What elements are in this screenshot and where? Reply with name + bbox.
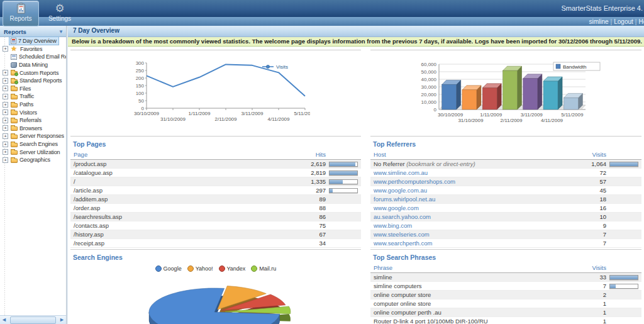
row-label[interactable]: www.google.com.au bbox=[370, 187, 574, 194]
scroll-right-arrow-icon[interactable]: ► bbox=[58, 316, 66, 323]
sidebar-item-paths[interactable]: +Paths bbox=[1, 101, 66, 109]
sidebar-item-search-engines[interactable]: +Search Engines bbox=[1, 140, 66, 148]
legend-item-yahoo: Yahoo! bbox=[187, 265, 213, 272]
sidebar-item-server-responses[interactable]: +Server Responses bbox=[1, 132, 66, 140]
table-row-simline-computers[interactable]: simline computers7 bbox=[370, 282, 641, 291]
column-header-visits[interactable]: Visits bbox=[574, 264, 606, 271]
table-row-online-computer-store[interactable]: online computer store2 bbox=[370, 291, 641, 299]
expand-icon[interactable]: + bbox=[3, 102, 8, 108]
sidebar-item-standard-reports[interactable]: +Standard Reports bbox=[1, 77, 66, 85]
sidebar-horizontal-scrollbar[interactable]: ◄ ► bbox=[0, 315, 66, 324]
row-value: 16 bbox=[574, 204, 606, 211]
row-value: 1 bbox=[574, 318, 606, 324]
expand-icon[interactable]: + bbox=[3, 149, 8, 155]
legend-item-mail-ru: Mail.ru bbox=[251, 265, 276, 272]
sidebar-item-scheduled-email-reports[interactable]: Scheduled Email Reports bbox=[1, 53, 66, 61]
sidebar-item-traffic[interactable]: +Traffic bbox=[1, 92, 66, 101]
sidebar-item-geographics[interactable]: +Geographics bbox=[1, 156, 66, 164]
table-row-www-bing-com[interactable]: www.bing.com9 bbox=[370, 221, 641, 230]
column-header-visits[interactable]: Visits bbox=[574, 151, 606, 158]
column-header-hits[interactable]: Hits bbox=[293, 151, 326, 158]
expand-icon[interactable]: + bbox=[3, 118, 8, 123]
table-row-catalogue-asp[interactable]: /catalogue.asp2,819 bbox=[70, 169, 361, 177]
sidebar-item-server-utilization[interactable]: +Server Utilization bbox=[1, 148, 66, 156]
nav-reports-button[interactable]: Reports bbox=[3, 1, 39, 26]
table-row-simline[interactable]: simline33 bbox=[370, 273, 641, 282]
table-row-article-asp[interactable]: /article.asp297 bbox=[70, 186, 361, 195]
row-label[interactable]: www.google.com bbox=[370, 204, 574, 211]
nav-reports-label: Reports bbox=[9, 15, 31, 22]
expand-icon[interactable]: + bbox=[3, 157, 8, 163]
username-link[interactable]: simline bbox=[589, 18, 608, 25]
expand-icon[interactable]: + bbox=[3, 94, 8, 99]
main-panel: 7 Day Overview Below is a breakdown of t… bbox=[68, 26, 644, 324]
expand-icon[interactable]: + bbox=[3, 125, 8, 131]
column-header-page[interactable]: Page bbox=[70, 151, 293, 158]
row-value: 45 bbox=[574, 187, 606, 194]
table-row-www-simline-com-au[interactable]: www.simline.com.au72 bbox=[370, 169, 641, 177]
row-label: simline bbox=[370, 274, 574, 281]
expand-icon[interactable]: + bbox=[3, 86, 8, 91]
row-label[interactable]: www.perthcomputershops.com bbox=[370, 178, 574, 185]
table-row-www-google-com-au[interactable]: www.google.com.au45 bbox=[370, 186, 641, 195]
column-header-host[interactable]: Host bbox=[370, 151, 574, 158]
row-value: 297 bbox=[293, 187, 326, 194]
scrollbar-thumb[interactable] bbox=[10, 316, 56, 324]
row-label[interactable]: www.steelseries.com bbox=[370, 231, 574, 238]
sidebar-item-label: Visitors bbox=[19, 109, 37, 116]
svg-text:10,000: 10,000 bbox=[421, 99, 436, 105]
table-row-computer-online-store[interactable]: computer online store1 bbox=[370, 299, 641, 308]
top-search-phrases-table: PhraseVisitssimline33simline computers7o… bbox=[370, 263, 641, 324]
table-row-receipt-asp[interactable]: /receipt.asp34 bbox=[70, 239, 361, 248]
table-row-au-search-yahoo-com[interactable]: au.search.yahoo.com10 bbox=[370, 213, 641, 221]
sidebar-item-referrals[interactable]: +Referrals bbox=[1, 116, 66, 125]
bandwidth-chart-panel: 010,00020,00030,00040,00050,00060,00030/… bbox=[370, 50, 641, 135]
svg-text:0: 0 bbox=[433, 107, 436, 113]
expand-icon[interactable]: + bbox=[3, 142, 8, 147]
table-row-order-asp[interactable]: /order.asp88 bbox=[70, 204, 361, 213]
row-label[interactable]: www.bing.com bbox=[370, 222, 574, 229]
table-row-forums-whirlpool-net-au[interactable]: forums.whirlpool.net.au18 bbox=[370, 195, 641, 204]
sidebar-item-custom-reports[interactable]: +Custom Reports bbox=[1, 69, 66, 77]
sidebar-item-visitors[interactable]: +Visitors bbox=[1, 108, 66, 116]
row-label[interactable]: www.simline.com.au bbox=[370, 169, 574, 176]
pie-legend: GoogleYahoo!YandexMail.ru bbox=[70, 263, 361, 273]
logout-link[interactable]: Logout bbox=[614, 18, 633, 25]
row-label: simline computers bbox=[370, 282, 574, 289]
expand-icon[interactable]: + bbox=[3, 70, 8, 75]
sidebar: Reports ▼ 7 Day Overview+FavoritesSchedu… bbox=[0, 26, 66, 324]
row-label[interactable]: au.search.yahoo.com bbox=[370, 213, 574, 220]
expand-icon[interactable]: + bbox=[3, 133, 8, 139]
sidebar-item-favorites[interactable]: +Favorites bbox=[1, 45, 66, 53]
table-row-www-steelseries-com[interactable]: www.steelseries.com7 bbox=[370, 230, 641, 239]
table-row-www-searchperth-com[interactable]: www.searchperth.com7 bbox=[370, 239, 641, 248]
table-row-www-google-com[interactable]: www.google.com16 bbox=[370, 204, 641, 213]
row-label[interactable]: forums.whirlpool.net.au bbox=[370, 196, 574, 203]
table-row-online-computer-perth-au[interactable]: online computer perth .au1 bbox=[370, 308, 641, 317]
table-row-searchresults-asp[interactable]: /searchresults.asp86 bbox=[70, 213, 361, 221]
table-row-history-asp[interactable]: /history.asp67 bbox=[70, 230, 361, 239]
sidebar-item-files[interactable]: +Files bbox=[1, 85, 66, 93]
expand-icon[interactable]: + bbox=[3, 109, 8, 115]
svg-text:3/11/2009: 3/11/2009 bbox=[520, 112, 543, 118]
table-row-no-referrer[interactable]: No Referrer (bookmark or direct-entry)1,… bbox=[370, 160, 641, 169]
help-link[interactable]: Help bbox=[638, 18, 644, 25]
table-row-www-perthcomputershops-com[interactable]: www.perthcomputershops.com57 bbox=[370, 177, 641, 186]
expand-icon[interactable]: + bbox=[3, 46, 8, 52]
row-label[interactable]: www.searchperth.com bbox=[370, 240, 574, 247]
table-row-[interactable]: /1,335 bbox=[70, 177, 361, 186]
table-row-additem-asp[interactable]: /additem.asp89 bbox=[70, 195, 361, 204]
table-row-router-d-link-4-port-10-100mb-dir-100-ru[interactable]: Router D-link 4 port 10/100Mb DIR-100/RU… bbox=[370, 317, 641, 324]
sidebar-item-7-day-overview[interactable]: 7 Day Overview bbox=[1, 37, 66, 45]
column-header-phrase[interactable]: Phrase bbox=[370, 264, 574, 271]
sidebar-item-label: Scheduled Email Reports bbox=[19, 53, 66, 60]
table-row-product-asp[interactable]: /product.asp2,619 bbox=[70, 160, 361, 169]
sidebar-item-data-mining[interactable]: Data Mining bbox=[1, 61, 66, 69]
scroll-left-arrow-icon[interactable]: ◄ bbox=[0, 316, 8, 323]
legend-dot-icon bbox=[219, 265, 225, 272]
sidebar-header[interactable]: Reports ▼ bbox=[0, 26, 66, 37]
sidebar-item-browsers[interactable]: +Browsers bbox=[1, 125, 66, 133]
expand-icon[interactable]: + bbox=[3, 78, 8, 84]
nav-settings-button[interactable]: ⚙ Settings bbox=[42, 1, 78, 26]
table-row-contacts-asp[interactable]: /contacts.asp75 bbox=[70, 221, 361, 230]
